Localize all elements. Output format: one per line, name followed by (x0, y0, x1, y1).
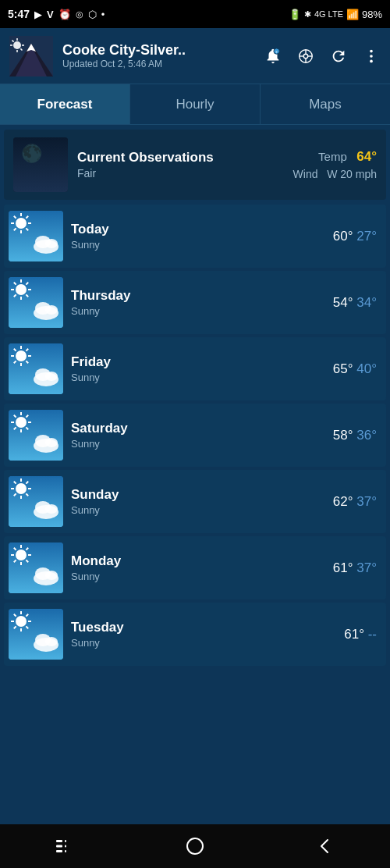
svg-point-47 (45, 305, 58, 315)
svg-point-73 (45, 438, 58, 447)
v-icon: V (47, 9, 54, 20)
forecast-day-label: Sunday (71, 487, 333, 503)
forecast-day-info: FridaySunny (71, 354, 333, 383)
temp-value: 64° (356, 149, 377, 164)
svg-point-86 (45, 504, 58, 514)
svg-rect-100 (9, 609, 63, 660)
forecast-day-info: ThursdaySunny (71, 288, 333, 317)
forecast-row[interactable]: SundaySunny62° 37° (4, 470, 386, 533)
temp-low: 40° (356, 361, 377, 376)
svg-point-19 (370, 49, 373, 52)
obs-wind-row: Wind W 20 mph (293, 168, 377, 180)
temp-low: 27° (356, 229, 377, 244)
mountain-logo (9, 36, 53, 76)
forecast-temps: 62° 37° (333, 494, 377, 510)
alarm-icon: ⏰ (58, 9, 71, 20)
status-left: 5:47 ▶ V ⏰ ◎ ⬡ • (8, 8, 105, 20)
svg-point-60 (45, 372, 58, 381)
lte-icon: 4G LTE (314, 9, 343, 19)
more-button[interactable] (360, 45, 382, 67)
forecast-day-label: Tuesday (71, 620, 344, 635)
forecast-condition-label: Sunny (71, 571, 333, 582)
location-button[interactable] (295, 45, 317, 67)
svg-rect-116 (65, 840, 66, 842)
forecast-day-info: SundaySunny (71, 487, 333, 516)
location-icon: ⬡ (88, 9, 97, 20)
temp-high: 61° (344, 627, 367, 642)
temp-low: 34° (356, 295, 377, 310)
forecast-day-info: MondaySunny (71, 553, 333, 582)
svg-rect-61 (9, 410, 63, 461)
svg-rect-87 (9, 542, 63, 593)
header-subtitle: Updated Oct 2, 5:46 AM (62, 59, 256, 69)
obs-icon: 🌑 (13, 137, 68, 192)
svg-point-83 (16, 483, 27, 494)
forecast-temps: 58° 36° (333, 428, 377, 443)
forecast-day-label: Today (71, 222, 333, 237)
svg-rect-115 (56, 850, 62, 852)
forecast-weather-icon (9, 476, 63, 527)
svg-rect-118 (65, 850, 66, 852)
current-observations[interactable]: 🌑 Current Observations Fair Temp 64° Win… (4, 130, 386, 200)
svg-rect-117 (65, 845, 66, 848)
forecast-day-label: Friday (71, 354, 333, 370)
forecast-row[interactable]: SaturdaySunny58° 36° (4, 404, 386, 467)
forecast-row[interactable]: TodaySunny60° 27° (4, 205, 386, 268)
ring-icon: ◎ (76, 9, 83, 20)
forecast-condition-label: Sunny (71, 438, 333, 450)
forecast-weather-icon (9, 343, 63, 394)
nav-home-button[interactable] (172, 831, 218, 862)
temp-high: 62° (333, 494, 356, 509)
svg-rect-113 (56, 840, 62, 842)
tab-forecast[interactable]: Forecast (0, 84, 130, 124)
notification-button[interactable]: + (262, 45, 284, 67)
svg-rect-22 (9, 211, 63, 261)
refresh-button[interactable] (328, 45, 349, 67)
svg-rect-35 (9, 277, 63, 328)
forecast-temps: 54° 34° (333, 295, 377, 311)
youtube-icon: ▶ (34, 9, 42, 20)
svg-point-70 (16, 417, 27, 428)
forecast-row[interactable]: TuesdaySunny61° -- (4, 603, 386, 666)
svg-point-34 (45, 239, 58, 248)
forecast-condition-label: Sunny (71, 637, 344, 649)
nav-back-button[interactable] (302, 831, 349, 862)
temp-high: 54° (333, 295, 356, 310)
temp-high: 58° (333, 428, 356, 443)
svg-point-4 (13, 41, 21, 49)
svg-point-20 (370, 55, 373, 58)
dot-icon: • (101, 9, 105, 20)
forecast-temps: 60° 27° (333, 229, 377, 244)
wind-value: W 20 mph (327, 168, 377, 180)
battery-percent: 98% (362, 9, 382, 20)
app-logo-area (8, 33, 55, 80)
obs-title: Current Observations (77, 150, 293, 165)
status-right: 🔋 ✱ 4G LTE 📶 98% (289, 9, 382, 20)
svg-point-109 (16, 616, 27, 627)
svg-point-112 (45, 637, 58, 646)
forecast-row[interactable]: MondaySunny61° 37° (4, 536, 386, 599)
forecast-day-info: TodaySunny (71, 222, 333, 251)
svg-rect-48 (9, 343, 63, 394)
header-text: Cooke City-Silver.. Updated Oct 2, 5:46 … (62, 42, 256, 69)
svg-point-96 (16, 550, 27, 560)
temp-high: 60° (333, 229, 356, 244)
tab-maps[interactable]: Maps (261, 84, 390, 124)
nav-menu-button[interactable] (41, 831, 88, 862)
forecast-row[interactable]: ThursdaySunny54° 34° (4, 271, 386, 334)
forecast-weather-icon (9, 410, 63, 461)
svg-point-21 (370, 59, 373, 62)
tab-hourly[interactable]: Hourly (130, 84, 261, 124)
obs-temp-row: Temp 64° (293, 149, 377, 165)
temp-low: 36° (356, 428, 377, 443)
moon-icon: 🌑 (21, 144, 42, 164)
forecast-weather-icon (9, 609, 63, 660)
status-bar: 5:47 ▶ V ⏰ ◎ ⬡ • 🔋 ✱ 4G LTE 📶 98% (0, 0, 390, 28)
forecast-row[interactable]: FridaySunny65° 40° (4, 337, 386, 400)
obs-data: Temp 64° Wind W 20 mph (293, 149, 377, 180)
temp-low: 37° (356, 560, 377, 575)
header-title: Cooke City-Silver.. (62, 42, 256, 59)
status-time: 5:47 (8, 8, 30, 20)
nav-bar (0, 824, 390, 868)
temp-low: -- (368, 627, 377, 642)
